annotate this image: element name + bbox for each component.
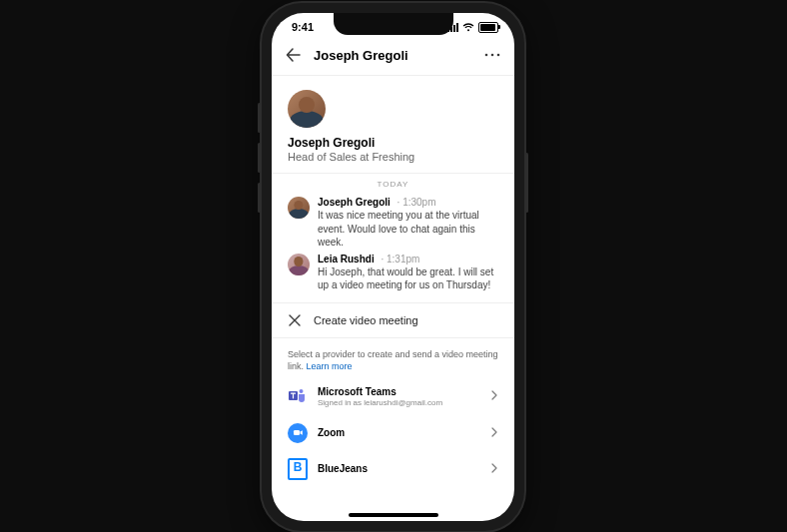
svg-point-4 [300,389,304,393]
date-separator: TODAY [272,174,514,193]
message-time: · 1:30pm [397,197,436,208]
status-indicators [447,22,498,33]
phone-notch [334,13,453,35]
panel-title: Create video meeting [314,314,418,326]
message-item: Joseph Gregoli · 1:30pm It was nice meet… [288,197,498,250]
svg-point-2 [497,54,500,57]
message-text: Hi Joseph, that would be great. I will s… [318,266,498,292]
provider-bluejeans[interactable]: B BlueJeans [282,451,504,487]
message-sender: Leia Rushdi [318,254,375,265]
video-meeting-panel: Create video meeting Select a provider t… [272,302,514,522]
svg-rect-5 [294,430,300,435]
learn-more-link[interactable]: Learn more [307,361,353,371]
chevron-right-icon [486,390,498,402]
provider-zoom[interactable]: Zoom [282,415,504,451]
close-panel-button[interactable] [288,313,302,327]
message-avatar[interactable] [288,197,310,219]
panel-description: Select a provider to create and send a v… [272,338,514,378]
home-indicator[interactable] [349,513,438,517]
bluejeans-icon: B [288,459,308,479]
microsoft-teams-icon [288,386,308,406]
contact-name: Joseph Gregoli [288,136,498,150]
phone-screen: 9:41 Joseph Gregoli [272,13,514,521]
provider-list: Microsoft Teams Signed in as leiarushdi@… [272,378,514,487]
wifi-icon [462,23,474,32]
status-time: 9:41 [292,21,314,33]
provider-name: BlueJeans [318,463,476,474]
svg-point-1 [491,54,494,57]
message-item: Leia Rushdi · 1:31pm Hi Joseph, that wou… [288,254,498,292]
more-options-button[interactable] [482,45,502,65]
message-text: It was nice meeting you at the virtual e… [318,209,498,250]
provider-name: Zoom [318,427,476,438]
chevron-right-icon [486,427,498,439]
contact-profile: Joseph Gregoli Head of Sales at Freshing [272,76,514,174]
conversation-title: Joseph Gregoli [314,48,482,63]
zoom-icon [288,423,308,443]
provider-microsoft-teams[interactable]: Microsoft Teams Signed in as leiarushdi@… [282,378,504,415]
provider-name: Microsoft Teams [318,386,476,397]
message-avatar[interactable] [288,254,310,275]
battery-icon [478,22,498,33]
chevron-right-icon [486,463,498,475]
message-time: · 1:31pm [381,254,419,265]
message-sender: Joseph Gregoli [318,197,391,208]
provider-subtitle: Signed in as leiarushdi@gmail.com [318,398,476,407]
contact-avatar[interactable] [288,90,326,128]
message-list: Joseph Gregoli · 1:30pm It was nice meet… [272,193,514,302]
contact-role: Head of Sales at Freshing [288,151,498,163]
panel-header: Create video meeting [272,303,514,338]
conversation-header: Joseph Gregoli [272,41,514,76]
back-button[interactable] [284,45,304,65]
phone-frame: 9:41 Joseph Gregoli [262,3,524,531]
svg-point-0 [485,54,488,57]
